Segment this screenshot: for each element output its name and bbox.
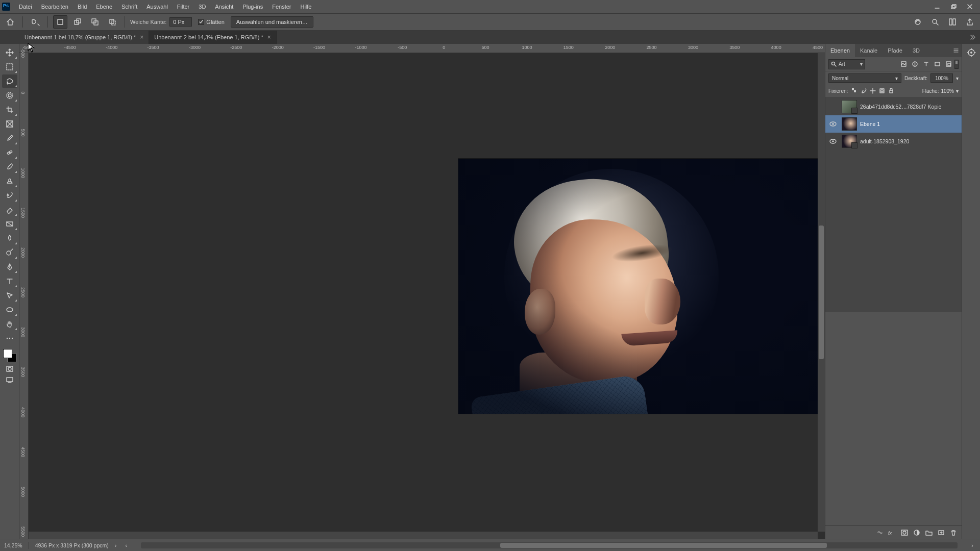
document-image[interactable] [458,159,821,414]
scrollbar-horizontal-track[interactable] [29,532,818,539]
layer-name[interactable]: Ebene 1 [860,121,880,127]
marquee-tool[interactable] [2,60,17,73]
feather-input[interactable] [169,17,192,27]
lock-pixels-icon[interactable] [859,87,868,95]
layer-row[interactable]: 26ab471dd8dc52…7828df7 Kopie [825,98,962,115]
selection-add-button[interactable] [70,15,85,29]
document-tab[interactable]: Unbenannt-2 bei 14,3% (Ebene 1, RGB/8) *… [149,31,276,44]
layer-thumbnail[interactable] [842,117,857,131]
tab-3d[interactable]: 3D [908,44,925,57]
link-layers-icon[interactable] [875,528,885,537]
filter-smart-icon[interactable] [943,60,953,69]
collapsed-panel-icon[interactable] [967,48,976,58]
brush-tool[interactable] [2,160,17,173]
lock-transparency-icon[interactable] [850,87,859,95]
dodge-tool[interactable] [2,246,17,259]
cloud-docs-button[interactable] [911,15,925,29]
foreground-color-swatch[interactable] [3,349,12,358]
window-restore-button[interactable] [945,1,962,12]
tool-preset-button[interactable] [28,15,42,29]
quick-select-tool[interactable] [2,89,17,102]
menu-filter[interactable]: Filter [173,2,194,12]
tab-channels[interactable]: Kanäle [855,44,883,57]
healing-tool[interactable] [2,146,17,159]
selection-intersect-button[interactable] [105,15,119,29]
filter-adjustment-icon[interactable] [910,60,920,69]
new-adjustment-icon[interactable] [912,528,922,537]
menu-select[interactable]: Auswahl [142,2,173,12]
edit-toolbar-button[interactable] [2,332,17,345]
layer-visibility-toggle[interactable] [827,121,839,127]
zoom-value[interactable]: 14,25% [4,542,22,548]
layer-thumbnail[interactable] [842,135,857,148]
lock-position-icon[interactable] [868,87,877,95]
fill-input[interactable]: 100% [941,88,954,94]
lock-artboard-icon[interactable] [877,87,887,95]
menu-edit[interactable]: Bearbeiten [37,2,73,12]
layer-thumbnail[interactable] [842,100,857,113]
quick-mask-button[interactable] [2,363,17,374]
menu-image[interactable]: Bild [73,2,91,12]
lasso-tool[interactable] [2,74,17,88]
tab-layers[interactable]: Ebenen [825,44,855,57]
layer-name[interactable]: 26ab471dd8dc52…7828df7 Kopie [860,104,941,110]
filter-pixel-icon[interactable] [898,60,909,69]
hand-tool[interactable] [2,317,17,331]
tab-paths[interactable]: Pfade [883,44,908,57]
share-button[interactable] [963,15,977,29]
gradient-tool[interactable] [2,217,17,231]
shape-tool[interactable] [2,303,17,316]
filter-type-icon[interactable] [921,60,931,69]
pen-tool[interactable] [2,260,17,273]
doc-info[interactable]: 4936 Px x 3319 Px (300 ppcm) [35,542,109,548]
layer-visibility-toggle[interactable] [827,138,839,144]
menu-layer[interactable]: Ebene [91,2,117,12]
layer-fx-icon[interactable]: fx [887,528,897,537]
eyedropper-tool[interactable] [2,132,17,145]
new-group-icon[interactable] [924,528,934,537]
selection-subtract-button[interactable] [88,15,102,29]
menu-3d[interactable]: 3D [194,2,210,12]
chevrons-icon[interactable] [969,34,976,41]
layer-row[interactable]: adult-1852908_1920 [825,133,962,150]
menu-plugins[interactable]: Plug-ins [238,2,267,12]
app-search-button[interactable] [928,15,942,29]
opacity-input[interactable]: 100% [930,73,953,83]
ruler-horizontal[interactable]: -5000-4500-4000-3500-3000-2500-2000-1500… [29,44,825,53]
history-brush-tool[interactable] [2,189,17,202]
menu-window[interactable]: Fenster [267,2,296,12]
scrollbar-horizontal[interactable] [141,542,958,548]
blur-tool[interactable] [2,232,17,245]
blend-mode-select[interactable]: Normal ▾ [828,73,901,83]
window-minimize-button[interactable] [929,1,945,12]
close-tab-icon[interactable]: × [267,34,271,41]
selection-new-button[interactable] [53,15,67,29]
scrollbar-vertical[interactable] [818,53,825,532]
layer-row[interactable]: Ebene 1 [825,115,962,133]
menu-type[interactable]: Schrift [117,2,142,12]
filter-toggle[interactable] [954,60,959,69]
filter-shape-icon[interactable] [932,60,942,69]
layer-name[interactable]: adult-1852908_1920 [860,138,909,144]
scroll-left-icon[interactable]: ‹ [122,542,130,548]
screen-mode-button[interactable] [2,374,17,386]
scroll-right-icon[interactable]: › [969,542,976,548]
antialias-checkbox[interactable]: Glätten [195,19,227,25]
canvas-stage[interactable] [29,53,818,532]
menu-help[interactable]: Hilfe [296,2,316,12]
path-select-tool[interactable] [2,289,17,302]
new-layer-icon[interactable] [936,528,946,537]
frame-tool[interactable] [2,117,17,131]
canvas-area[interactable]: -5000-4500-4000-3500-3000-2500-2000-1500… [19,44,825,539]
window-close-button[interactable] [962,1,978,12]
doc-info-chevron-icon[interactable]: › [115,542,117,548]
menu-view[interactable]: Ansicht [210,2,238,12]
layer-filter-kind[interactable]: Art ▾ [828,59,865,69]
select-and-mask-button[interactable]: Auswählen und maskieren… [231,16,313,28]
ruler-vertical[interactable]: -500050010001500200025003000350040004500… [19,53,29,539]
color-swatches[interactable] [2,348,17,363]
crop-tool[interactable] [2,103,17,116]
eraser-tool[interactable] [2,203,17,216]
menu-file[interactable]: Datei [14,2,37,12]
clone-stamp-tool[interactable] [2,174,17,188]
